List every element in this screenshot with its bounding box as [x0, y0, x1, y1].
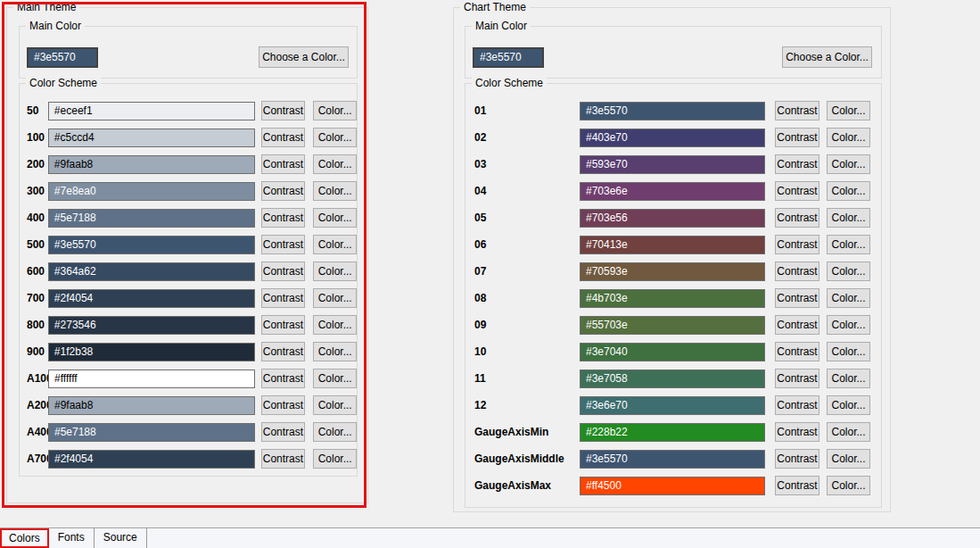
- color-value-field[interactable]: #3e5570: [48, 236, 255, 254]
- contrast-button[interactable]: Contrast: [775, 369, 819, 388]
- color-button[interactable]: Color...: [827, 181, 870, 201]
- color-button[interactable]: Color...: [827, 101, 870, 120]
- contrast-button[interactable]: Contrast: [261, 315, 306, 335]
- color-button[interactable]: Color...: [313, 422, 357, 442]
- color-value-field[interactable]: #70413e: [580, 236, 765, 254]
- color-button[interactable]: Color...: [313, 342, 357, 361]
- color-button[interactable]: Color...: [827, 128, 870, 147]
- color-value-field[interactable]: #273546: [48, 316, 255, 335]
- choose-color-button[interactable]: Choose a Color...: [782, 46, 872, 68]
- color-button[interactable]: Color...: [827, 449, 870, 469]
- contrast-button[interactable]: Contrast: [775, 101, 819, 120]
- color-button[interactable]: Color...: [313, 288, 357, 308]
- tab-source[interactable]: Source: [95, 528, 147, 548]
- color-button[interactable]: Color...: [827, 262, 870, 281]
- color-scheme-row: GaugeAxisMin#228b22ContrastColor...: [465, 419, 881, 445]
- chart-theme-panel: Chart Theme Main Color #3e5570 Choose a …: [453, 7, 891, 512]
- contrast-button[interactable]: Contrast: [775, 154, 819, 174]
- color-button[interactable]: Color...: [313, 128, 357, 147]
- contrast-button[interactable]: Contrast: [775, 288, 819, 308]
- color-button[interactable]: Color...: [827, 288, 870, 308]
- color-value-field[interactable]: #7e8ea0: [48, 182, 255, 201]
- color-value-field[interactable]: #9faab8: [48, 155, 255, 174]
- color-value-field[interactable]: #3e7058: [580, 369, 765, 388]
- color-button[interactable]: Color...: [313, 449, 357, 469]
- color-button[interactable]: Color...: [313, 101, 357, 120]
- color-value-field[interactable]: #3e6e70: [580, 396, 765, 415]
- color-button[interactable]: Color...: [313, 208, 357, 228]
- color-value-field[interactable]: #3e7040: [580, 343, 765, 361]
- color-button[interactable]: Color...: [827, 154, 870, 174]
- color-value-field[interactable]: #2f4054: [48, 289, 255, 308]
- contrast-button[interactable]: Contrast: [775, 262, 819, 281]
- contrast-button[interactable]: Contrast: [261, 288, 306, 308]
- contrast-button[interactable]: Contrast: [775, 342, 819, 361]
- contrast-button[interactable]: Contrast: [261, 128, 306, 147]
- color-value-field[interactable]: #ff4500: [580, 477, 765, 495]
- color-value-field[interactable]: #593e70: [580, 155, 765, 174]
- color-button[interactable]: Color...: [827, 476, 870, 495]
- contrast-button[interactable]: Contrast: [261, 262, 306, 281]
- contrast-button[interactable]: Contrast: [261, 369, 306, 388]
- contrast-button[interactable]: Contrast: [775, 235, 819, 254]
- color-button[interactable]: Color...: [313, 181, 357, 201]
- choose-color-button[interactable]: Choose a Color...: [259, 46, 349, 68]
- contrast-button[interactable]: Contrast: [775, 449, 819, 469]
- color-value-field[interactable]: #55703e: [580, 316, 765, 335]
- color-button[interactable]: Color...: [313, 262, 357, 281]
- color-value-field[interactable]: #703e56: [580, 209, 765, 228]
- contrast-button[interactable]: Contrast: [775, 181, 819, 201]
- contrast-button[interactable]: Contrast: [775, 395, 819, 415]
- tab-fonts[interactable]: Fonts: [49, 528, 95, 548]
- color-button[interactable]: Color...: [313, 154, 357, 174]
- color-button[interactable]: Color...: [827, 235, 870, 254]
- contrast-button[interactable]: Contrast: [261, 181, 306, 201]
- color-button[interactable]: Color...: [313, 235, 357, 254]
- color-value-field[interactable]: #ffffff: [48, 369, 255, 388]
- color-value-field[interactable]: #9faab8: [48, 396, 255, 415]
- color-scheme-row: 08#4b703eContrastColor...: [465, 285, 881, 311]
- contrast-button[interactable]: Contrast: [261, 208, 306, 228]
- color-value-field[interactable]: #70593e: [580, 262, 765, 281]
- contrast-button[interactable]: Contrast: [261, 395, 306, 415]
- contrast-button[interactable]: Contrast: [261, 235, 306, 254]
- color-button[interactable]: Color...: [313, 395, 357, 415]
- color-value-field[interactable]: #3e5570: [580, 102, 765, 120]
- contrast-button[interactable]: Contrast: [775, 422, 819, 442]
- main-theme-panel: Main Theme Main Color #3e5570 Choose a C…: [6, 7, 368, 503]
- contrast-button[interactable]: Contrast: [775, 476, 819, 495]
- color-value-field[interactable]: #2f4054: [48, 450, 255, 469]
- color-value-field[interactable]: #3e5570: [580, 450, 765, 469]
- color-value-field[interactable]: #eceef1: [48, 102, 255, 120]
- bottom-tab-bar: Colors Fonts Source: [0, 527, 980, 548]
- color-button[interactable]: Color...: [827, 208, 870, 228]
- contrast-button[interactable]: Contrast: [261, 449, 306, 469]
- contrast-button[interactable]: Contrast: [261, 342, 306, 361]
- color-value-field[interactable]: #228b22: [580, 423, 765, 442]
- color-button[interactable]: Color...: [827, 315, 870, 335]
- color-button[interactable]: Color...: [827, 369, 870, 388]
- main-color-value-field[interactable]: #3e5570: [473, 47, 544, 68]
- color-value-field[interactable]: #c5ccd4: [48, 129, 255, 147]
- color-button[interactable]: Color...: [313, 315, 357, 335]
- color-value-field[interactable]: #5e7188: [48, 209, 255, 228]
- contrast-button[interactable]: Contrast: [261, 101, 306, 120]
- color-value-field[interactable]: #403e70: [580, 129, 765, 147]
- color-value-field[interactable]: #1f2b38: [48, 343, 255, 361]
- color-value-field[interactable]: #5e7188: [48, 423, 255, 442]
- color-value-field[interactable]: #703e6e: [580, 182, 765, 201]
- color-button[interactable]: Color...: [313, 369, 357, 388]
- main-color-value-field[interactable]: #3e5570: [27, 47, 98, 68]
- contrast-button[interactable]: Contrast: [261, 154, 306, 174]
- color-button[interactable]: Color...: [827, 342, 870, 361]
- contrast-button[interactable]: Contrast: [775, 128, 819, 147]
- contrast-button[interactable]: Contrast: [775, 315, 819, 335]
- color-value-field[interactable]: #4b703e: [580, 289, 765, 308]
- color-value-field[interactable]: #364a62: [48, 262, 255, 281]
- tab-colors[interactable]: Colors: [0, 528, 49, 548]
- color-button[interactable]: Color...: [827, 422, 870, 442]
- color-button[interactable]: Color...: [827, 395, 870, 415]
- contrast-button[interactable]: Contrast: [775, 208, 819, 228]
- color-scheme-row: 300#7e8ea0ContrastColor...: [20, 178, 357, 204]
- contrast-button[interactable]: Contrast: [261, 422, 306, 442]
